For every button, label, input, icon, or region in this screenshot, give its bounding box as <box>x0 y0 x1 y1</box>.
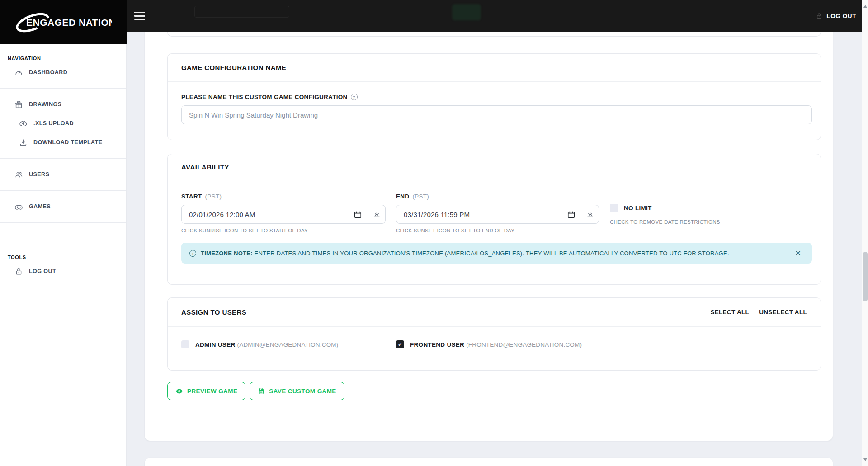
divider <box>0 190 126 191</box>
section-title: ASSIGN TO USERS <box>181 308 246 316</box>
brand-logo[interactable]: ENGAGED NATION <box>0 0 127 44</box>
user-checkbox[interactable]: ✓ <box>181 340 189 348</box>
config-name-label: PLEASE NAME THIS CUSTOM GAME CONFIGURATI… <box>181 94 807 100</box>
sunrise-button[interactable] <box>368 205 386 224</box>
preview-game-button[interactable]: PREVIEW GAME <box>167 382 245 400</box>
calendar-icon[interactable] <box>354 210 362 219</box>
info-icon: i <box>189 250 196 257</box>
start-datetime-value: 02/01/2026 12:00 AM <box>189 211 354 218</box>
no-limit-checkbox[interactable]: ✓ <box>610 204 618 212</box>
sidebar-item-users[interactable]: USERS <box>9 166 122 183</box>
brand-logo-text: ENGAGED NATION <box>26 17 112 28</box>
gamepad-icon <box>14 202 23 211</box>
end-datetime-value: 03/31/2026 11:59 PM <box>404 211 567 218</box>
sidebar-item-label: DASHBOARD <box>29 69 67 75</box>
lock-icon <box>14 267 23 276</box>
config-name-input[interactable] <box>181 105 812 124</box>
scrollbar-track[interactable] <box>862 0 868 466</box>
save-custom-game-button[interactable]: SAVE CUSTOM GAME <box>250 382 344 400</box>
sidebar-item-label: .XLS UPLOAD <box>33 120 74 127</box>
no-limit-label: NO LIMIT <box>624 205 652 212</box>
section-title: AVAILABILITY <box>181 163 229 171</box>
divider <box>0 222 126 223</box>
select-all-link[interactable]: SELECT ALL <box>710 309 749 315</box>
sidebar-item-dashboard[interactable]: DASHBOARD <box>9 64 122 81</box>
close-icon[interactable]: ✕ <box>793 247 804 259</box>
sidebar-item-label: USERS <box>29 171 49 178</box>
start-helper-text: CLICK SUNRISE ICON TO SET TO START OF DA… <box>181 228 386 233</box>
ghost-button-behind-header <box>452 4 481 20</box>
scroll-up-arrow-icon[interactable] <box>863 5 867 8</box>
section-title: GAME CONFIGURATION NAME <box>181 64 286 71</box>
sidebar-item-label: GAMES <box>29 203 51 210</box>
end-datetime-field: END (PST) 03/31/2026 11:59 PM <box>396 193 599 233</box>
users-icon <box>14 170 23 179</box>
sidebar-item-label: DRAWINGS <box>29 101 61 108</box>
main-content-card: GAME CONFIGURATION NAME PLEASE NAME THIS… <box>145 26 833 441</box>
scrollbar-thumb[interactable] <box>863 252 868 301</box>
scroll-down-arrow-icon[interactable] <box>863 458 867 461</box>
no-limit-helper-text: CHECK TO REMOVE DATE RESTRICTIONS <box>610 219 807 225</box>
ghost-input-behind-header <box>194 6 289 18</box>
sunset-icon <box>586 211 594 218</box>
user-row-admin[interactable]: ✓ ADMIN USER(ADMIN@ENGAGEDNATION.COM) <box>181 340 396 348</box>
sidebar-item-games[interactable]: GAMES <box>9 198 122 215</box>
help-icon[interactable]: ? <box>351 94 358 100</box>
topbar-logout-button[interactable]: LOG OUT <box>816 0 856 32</box>
download-icon <box>19 138 28 147</box>
gauge-icon <box>14 68 23 77</box>
lock-icon <box>816 12 823 19</box>
end-helper-text: CLICK SUNSET ICON TO SET TO END OF DAY <box>396 228 599 233</box>
sidebar-item-download-template[interactable]: DOWNLOAD TEMPLATE <box>14 134 122 151</box>
no-limit-field: ✓ NO LIMIT CHECK TO REMOVE DATE RESTRICT… <box>610 193 807 233</box>
timezone-note-banner: i TIMEZONE NOTE: ENTER DATES AND TIMES I… <box>181 243 812 264</box>
sidebar-item-log-out[interactable]: LOG OUT <box>9 263 122 280</box>
section-availability: AVAILABILITY START (PST) 02/01/2026 12:0… <box>167 154 821 285</box>
sidebar-item-drawings[interactable]: DRAWINGS <box>9 96 122 113</box>
sunrise-icon <box>373 211 381 218</box>
calendar-icon[interactable] <box>567 210 576 219</box>
start-datetime-field: START (PST) 02/01/2026 12:00 AM <box>181 193 386 233</box>
sidebar: ENGAGED NATION NAVIGATION DASHBOARD DRAW… <box>0 0 127 466</box>
section-game-configuration-name: GAME CONFIGURATION NAME PLEASE NAME THIS… <box>167 53 821 140</box>
end-label: END (PST) <box>396 193 599 200</box>
divider <box>0 158 126 159</box>
start-datetime-input[interactable]: 02/01/2026 12:00 AM <box>181 205 368 224</box>
user-label: FRONTEND USER(FRONTEND@ENGAGEDNATION.COM… <box>410 340 582 348</box>
next-card-partial <box>145 458 833 466</box>
sunset-button[interactable] <box>581 205 599 224</box>
sidebar-item-label: LOG OUT <box>29 268 56 274</box>
sidebar-section-tools: TOOLS <box>8 254 126 260</box>
divider <box>0 88 126 89</box>
sidebar-section-navigation: NAVIGATION <box>8 56 126 61</box>
top-bar: LOG OUT <box>127 0 862 32</box>
eye-icon <box>175 387 183 395</box>
user-row-frontend[interactable]: ✓ FRONTEND USER(FRONTEND@ENGAGEDNATION.C… <box>396 340 582 348</box>
cloud-upload-icon <box>19 119 28 128</box>
timezone-note-text: TIMEZONE NOTE: ENTER DATES AND TIMES IN … <box>201 250 788 257</box>
sidebar-item-xls-upload[interactable]: .XLS UPLOAD <box>14 115 122 132</box>
sidebar-item-label: DOWNLOAD TEMPLATE <box>33 139 103 146</box>
user-label: ADMIN USER(ADMIN@ENGAGEDNATION.COM) <box>195 340 338 348</box>
gift-icon <box>14 100 23 109</box>
topbar-logout-label: LOG OUT <box>826 13 856 19</box>
section-assign-to-users: ASSIGN TO USERS SELECT ALL UNSELECT ALL … <box>167 297 821 371</box>
user-checkbox[interactable]: ✓ <box>396 340 404 348</box>
unselect-all-link[interactable]: UNSELECT ALL <box>759 309 807 315</box>
hamburger-menu-icon[interactable] <box>134 10 145 22</box>
save-icon <box>258 387 265 395</box>
end-datetime-input[interactable]: 03/31/2026 11:59 PM <box>396 205 581 224</box>
start-label: START (PST) <box>181 193 386 200</box>
